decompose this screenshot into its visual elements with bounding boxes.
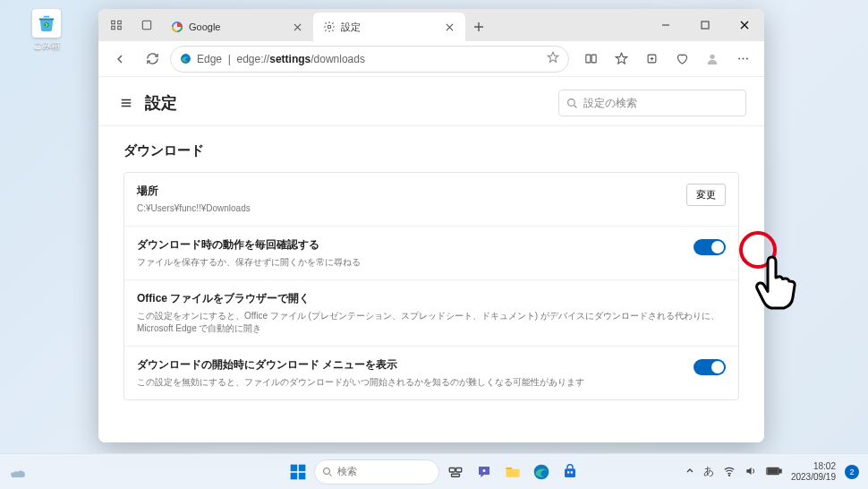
downloads-card: 場所 C:¥Users¥func!!¥Downloads 変更 ダウンロード時の…: [123, 172, 739, 400]
ime-indicator[interactable]: あ: [703, 464, 714, 479]
svg-rect-16: [291, 472, 298, 479]
system-tray: あ 18:02 2023/09/19 2: [685, 461, 868, 482]
weather-widget[interactable]: [9, 464, 25, 480]
svg-point-27: [728, 475, 729, 476]
row-title: Office ファイルをブラウザーで開く: [137, 291, 726, 306]
svg-point-3: [328, 25, 331, 29]
svg-rect-7: [591, 55, 596, 63]
google-favicon-icon: [171, 21, 183, 33]
heart-icon[interactable]: [668, 45, 696, 73]
task-view-icon[interactable]: [443, 459, 468, 485]
maximize-button[interactable]: [685, 9, 725, 41]
workspaces-icon[interactable]: [102, 11, 131, 39]
svg-rect-24: [565, 468, 575, 477]
svg-rect-15: [299, 464, 306, 471]
svg-point-13: [568, 99, 575, 106]
titlebar: Google 設定: [98, 9, 764, 41]
favorites-icon[interactable]: [607, 45, 635, 73]
svg-rect-4: [702, 21, 709, 29]
svg-rect-29: [779, 469, 781, 473]
hamburger-icon[interactable]: [116, 93, 136, 113]
browser-window: Google 設定 Edge | edge://settings/downloa…: [98, 9, 764, 442]
collections-icon[interactable]: [637, 45, 666, 73]
svg-rect-26: [571, 471, 573, 473]
svg-rect-14: [291, 464, 298, 471]
url-text: Edge | edge://settings/downloads: [197, 53, 365, 65]
recycle-bin-label: ごみ箱: [33, 39, 60, 52]
split-screen-icon[interactable]: [576, 45, 605, 73]
settings-search[interactable]: 設定の検索: [558, 90, 746, 116]
row-desc: C:¥Users¥func!!¥Downloads: [137, 202, 674, 215]
row-title: 場所: [137, 184, 674, 199]
wifi-icon[interactable]: [723, 465, 736, 479]
page-title: 設定: [145, 92, 177, 114]
section-title: ダウンロード: [123, 142, 739, 159]
row-desc: この設定をオンにすると、Office ファイル (プレゼンテーション、スプレッド…: [137, 310, 726, 335]
tab-actions-icon[interactable]: [132, 11, 161, 39]
change-location-button[interactable]: 変更: [686, 184, 726, 206]
row-title: ダウンロードの開始時にダウンロード メニューを表示: [137, 357, 681, 373]
gear-icon: [323, 21, 336, 33]
search-placeholder: 設定の検索: [583, 96, 637, 111]
download-menu-toggle[interactable]: [694, 359, 726, 375]
tab-google[interactable]: Google: [161, 13, 313, 41]
recycle-bin-icon: [32, 9, 61, 38]
start-button[interactable]: [285, 459, 311, 485]
more-icon[interactable]: [728, 45, 757, 73]
url-field[interactable]: Edge | edge://settings/downloads: [170, 46, 569, 73]
close-icon[interactable]: [442, 20, 456, 34]
taskbar: 検索 あ 18:02 2023/09/19 2: [0, 453, 868, 489]
svg-rect-25: [567, 471, 569, 473]
volume-icon[interactable]: [745, 465, 757, 479]
svg-point-18: [324, 468, 330, 474]
tab-label: 設定: [341, 21, 361, 34]
svg-point-12: [745, 58, 747, 60]
svg-rect-21: [452, 474, 460, 476]
minimize-button[interactable]: [646, 9, 685, 41]
back-button[interactable]: [106, 45, 134, 73]
svg-rect-6: [585, 55, 590, 63]
row-desc: この設定を無効にすると、ファイルのダウンロードがいつ開始されるかを知るのが難しく…: [137, 376, 681, 389]
close-icon[interactable]: [290, 20, 304, 34]
row-title: ダウンロード時の動作を毎回確認する: [137, 237, 681, 253]
chat-icon[interactable]: [472, 459, 497, 485]
search-icon: [322, 467, 333, 477]
weather-icon: [9, 464, 25, 480]
row-download-menu: ダウンロードの開始時にダウンロード メニューを表示 この設定を無効にすると、ファ…: [124, 347, 738, 399]
profile-icon[interactable]: [698, 45, 727, 73]
search-icon: [566, 98, 578, 109]
svg-point-22: [483, 469, 486, 472]
svg-point-0: [44, 22, 49, 28]
ask-each-time-toggle[interactable]: [694, 239, 726, 255]
recycle-bin[interactable]: ごみ箱: [25, 9, 68, 52]
row-desc: ファイルを保存するか、保存せずに開くかを常に尋ねる: [137, 256, 681, 269]
address-bar: Edge | edge://settings/downloads: [98, 41, 764, 77]
time: 18:02: [791, 461, 836, 472]
close-window-button[interactable]: [725, 9, 764, 41]
refresh-button[interactable]: [138, 45, 166, 73]
search-placeholder: 検索: [337, 465, 357, 478]
svg-point-11: [742, 58, 744, 60]
row-ask-each-time: ダウンロード時の動作を毎回確認する ファイルを保存するか、保存せずに開くかを常に…: [124, 227, 738, 280]
svg-rect-19: [449, 468, 455, 472]
battery-icon[interactable]: [766, 466, 782, 478]
edge-icon: [180, 53, 191, 64]
store-icon[interactable]: [557, 459, 583, 485]
tray-chevron-icon[interactable]: [685, 467, 694, 477]
tab-settings[interactable]: 設定: [313, 13, 465, 41]
svg-rect-30: [768, 468, 778, 473]
svg-point-9: [710, 54, 714, 58]
row-office-in-browser: Office ファイルをブラウザーで開く この設定をオンにすると、Office …: [124, 280, 738, 347]
svg-rect-17: [299, 472, 306, 479]
date: 2023/09/19: [791, 472, 836, 483]
edge-icon[interactable]: [529, 459, 554, 485]
settings-content: 設定 設定の検索 ダウンロード 場所 C:¥Users¥func!!¥Downl…: [98, 77, 764, 442]
clock[interactable]: 18:02 2023/09/19: [791, 461, 836, 482]
new-tab-button[interactable]: [465, 13, 492, 41]
tab-label: Google: [189, 21, 220, 32]
notification-badge[interactable]: 2: [845, 465, 859, 479]
taskbar-search[interactable]: 検索: [314, 459, 439, 485]
favorite-icon[interactable]: [547, 51, 559, 66]
explorer-icon[interactable]: [500, 459, 525, 485]
svg-point-10: [738, 58, 740, 60]
